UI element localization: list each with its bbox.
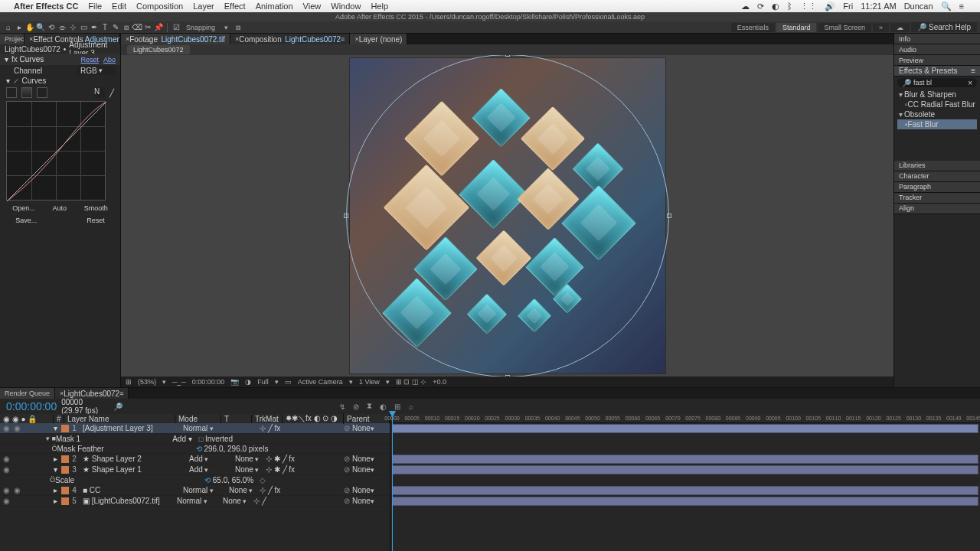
snapping-label[interactable]: Snapping (186, 24, 215, 31)
clear-icon[interactable]: × (968, 79, 972, 87)
brush-tool-icon[interactable]: ✎ (110, 22, 121, 33)
bluetooth-icon[interactable]: ᛒ (787, 2, 792, 11)
notif-icon[interactable]: ≡ (959, 2, 964, 11)
layer-row-3[interactable]: ◉ ▾3 ★ Shape Layer 1 Add ▾ None ▾ ⊹ ✱ ╱ … (0, 465, 390, 475)
vb-view[interactable]: 1 View (359, 378, 380, 386)
panel-paragraph[interactable]: Paragraph (894, 182, 980, 193)
anchor-tool-icon[interactable]: ⊹ (67, 22, 78, 33)
snap-opt-icon[interactable]: ⧈ (233, 22, 243, 33)
vb-camera[interactable]: Active Camera (298, 378, 343, 386)
cloud-icon[interactable]: ☁ (741, 2, 750, 11)
tab-composition[interactable]: × Composition LightCubes0072 ≡ (230, 34, 350, 44)
tl-ruler[interactable]: 0000000005000100001500020000250003000035… (390, 414, 980, 423)
ep-fast-blur[interactable]: ▫ Fast Blur (897, 119, 977, 129)
curves-twirl[interactable]: ▾ ⟋ Curves (0, 76, 120, 86)
ws-more[interactable]: » (873, 23, 889, 32)
current-time-indicator[interactable] (392, 414, 393, 551)
snap-dd[interactable]: ▾ (224, 24, 228, 31)
tl-bar-5[interactable] (392, 497, 978, 506)
spotlight-icon[interactable]: 🔍 (941, 2, 952, 11)
layer-row-1[interactable]: ◉◉ ▾1 [Adjustment Layer 3] Normal ▾ ⊹ ╱ … (0, 423, 390, 434)
roto-tool-icon[interactable]: ✂ (142, 22, 153, 33)
fx-curves-header[interactable]: ▾fx Curves Reset Abo (0, 54, 120, 65)
ep-group-blur[interactable]: ▾Blur & Sharpen (897, 90, 977, 99)
puppet-tool-icon[interactable]: 📌 (153, 22, 164, 33)
panel-effects-presets[interactable]: Effects & Presets≡ (894, 66, 980, 77)
h-name[interactable]: Layer Name (64, 415, 175, 423)
layer-row-5[interactable]: ◉ ▸5 ▣ [LightCubes0072.tif] Normal ▾ Non… (0, 496, 390, 507)
curve-save[interactable]: Save... (11, 216, 41, 225)
tl-shy-icon[interactable]: ↯ (337, 401, 348, 412)
channel-select[interactable]: RGB ▾ (77, 66, 116, 75)
layer-row-4[interactable]: ◉◉ ▸4 ■ CC Normal ▾ None ▾ ⊹ ╱ fx ⊘None … (0, 485, 390, 496)
h-parent[interactable]: Parent (344, 415, 390, 423)
panel-libraries[interactable]: Libraries (894, 161, 980, 171)
curve-free-icon[interactable] (37, 87, 47, 98)
tl-bar-3[interactable] (392, 465, 978, 474)
search-help[interactable]: 🔎Search Help (911, 22, 977, 32)
menubar-icon[interactable]: ◐ (772, 2, 779, 11)
curve-hist-icon[interactable] (21, 87, 32, 98)
stamp-tool-icon[interactable]: ⧇ (121, 22, 132, 33)
tab-project[interactable]: Project (0, 34, 24, 44)
tl-fps-icon[interactable]: ⧗ (364, 401, 375, 412)
volume-icon[interactable]: 🔊 (825, 2, 835, 11)
curve-reset[interactable]: Reset (82, 216, 109, 225)
app-name-menu[interactable]: After Effects CC (14, 2, 78, 11)
mask-ellipse[interactable] (346, 55, 669, 377)
timeline-graph[interactable]: 0000000005000100001500020000250003000035… (390, 414, 980, 551)
mask1-row[interactable]: ▾ ■ Mask 1Add ▾☐ Inverted (0, 434, 390, 444)
ep-group-obsolete[interactable]: ▾Obsolete (897, 109, 977, 119)
timecode[interactable]: 0:00:00:00 (6, 400, 57, 412)
tab-tl-comp[interactable]: × LightCubes0072 ≡ (55, 388, 129, 399)
ep-cc-radial[interactable]: ▫ CC Radial Fast Blur (897, 99, 977, 109)
text-tool-icon[interactable]: T (100, 22, 110, 33)
layer-row-2[interactable]: ◉ ▸2 ★ Shape Layer 2 Add ▾ None ▾ ⊹ ✱ ╱ … (0, 454, 390, 465)
fx-reset[interactable]: Reset (80, 56, 99, 64)
panel-audio[interactable]: Audio (894, 44, 980, 55)
tl-graph-icon[interactable]: ⊞ (392, 401, 403, 412)
snap-icon[interactable]: ☑ (171, 22, 181, 33)
vb-zoom[interactable]: (53%) (138, 378, 156, 386)
hand-tool-icon[interactable]: ✋ (24, 22, 35, 33)
comp-chip[interactable]: LightCubes0072 (127, 45, 190, 54)
menu-window[interactable]: Window (331, 2, 361, 11)
curve-shape-icon[interactable] (6, 87, 17, 98)
wifi-icon[interactable]: ⋮⋮ (800, 2, 817, 11)
panel-preview[interactable]: Preview (894, 55, 980, 66)
curve-line-icon[interactable]: ╱ (109, 89, 114, 97)
curve-auto[interactable]: Auto (47, 204, 71, 213)
panel-tracker[interactable]: Tracker (894, 193, 980, 204)
ws-essentials[interactable]: Essentials (731, 23, 775, 32)
menu-animation[interactable]: Animation (256, 2, 293, 11)
rotate-tool-icon[interactable]: ⟲ (46, 22, 57, 33)
ep-search-input[interactable] (913, 79, 968, 86)
mask-handle-right[interactable] (667, 214, 671, 218)
panel-info[interactable]: Info (894, 34, 980, 44)
curve-open[interactable]: Open... (8, 204, 40, 213)
curve-pencil-icon[interactable]: N (94, 87, 105, 98)
scale-row[interactable]: Ö Scale⟲ 65.0, 65.0%◇ (0, 475, 390, 485)
menu-view[interactable]: View (303, 2, 322, 11)
h-mode[interactable]: Mode (175, 415, 221, 423)
menu-edit[interactable]: Edit (112, 2, 126, 11)
menu-layer[interactable]: Layer (193, 2, 214, 11)
tab-render-queue[interactable]: Render Queue (0, 388, 55, 399)
vb-time[interactable]: 0:00:00:00 (192, 378, 225, 386)
mag-icon[interactable]: ⊞ (126, 378, 132, 386)
selection-tool-icon[interactable]: ▸ (14, 22, 24, 33)
mask-handle-left[interactable] (344, 214, 348, 218)
curve-smooth[interactable]: Smooth (80, 204, 113, 213)
eraser-tool-icon[interactable]: ⌫ (132, 22, 142, 33)
tl-mb-icon[interactable]: ◐ (378, 401, 389, 412)
panel-align[interactable]: Align (894, 204, 980, 214)
menu-file[interactable]: File (88, 2, 102, 11)
pen-tool-icon[interactable]: ✒ (89, 22, 100, 33)
search-layer-icon[interactable]: 🔎 (113, 403, 122, 411)
tl-bar-1[interactable] (392, 424, 978, 433)
panel-character[interactable]: Character (894, 171, 980, 182)
rect-tool-icon[interactable]: ▭ (78, 22, 89, 33)
tl-draft-icon[interactable]: ⊘ (351, 401, 361, 412)
tl-bar-4[interactable] (392, 486, 978, 495)
mask-handle-top[interactable] (505, 55, 510, 57)
